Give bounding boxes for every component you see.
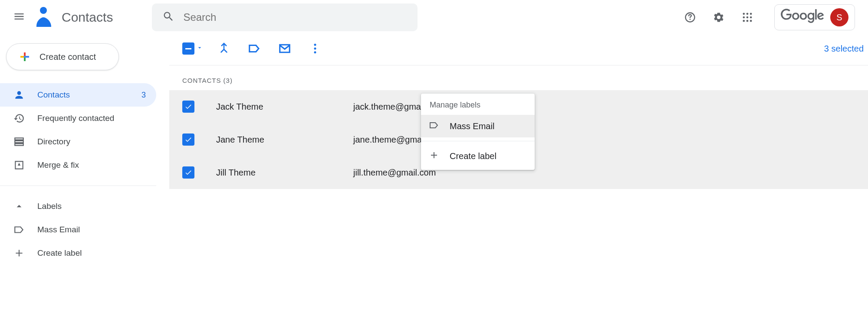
- sidebar-create-label[interactable]: Create label: [0, 241, 156, 265]
- sidebar-item-label: Frequently contacted: [37, 114, 146, 123]
- person-icon: [13, 89, 25, 101]
- sidebar-item-label: Directory: [37, 137, 146, 146]
- search-icon: [162, 10, 174, 24]
- more-actions-button[interactable]: [306, 39, 325, 58]
- history-icon: [13, 113, 25, 124]
- svg-point-6: [743, 16, 745, 19]
- merge-fix-icon: [13, 159, 25, 171]
- google-logo: [781, 9, 824, 26]
- contact-name: Jane Theme: [216, 135, 353, 145]
- dropdown-create-label[interactable]: Create label: [421, 145, 535, 167]
- sidebar-labels-toggle[interactable]: Labels: [0, 195, 156, 218]
- sidebar-item-frequently[interactable]: Frequently contacted: [0, 107, 156, 130]
- sidebar-item-contacts[interactable]: Contacts 3: [0, 83, 156, 107]
- create-contact-button[interactable]: Create contact: [6, 43, 119, 70]
- sidebar-create-label-text: Create label: [37, 248, 146, 258]
- app-header: Contacts S: [0, 0, 868, 35]
- svg-point-3: [743, 13, 745, 15]
- sidebar-divider: [0, 186, 156, 186]
- row-checkbox[interactable]: [182, 101, 194, 113]
- plus-multicolor-icon: [17, 49, 33, 65]
- sidebar-item-count: 3: [141, 91, 146, 100]
- main-content: 3 selected CONTACTS (3) Jack Theme jack.…: [169, 35, 868, 332]
- send-email-button[interactable]: [275, 39, 294, 58]
- account-chip[interactable]: S: [774, 4, 855, 30]
- manage-labels-button[interactable]: [245, 39, 264, 58]
- dropdown-divider: [421, 141, 535, 141]
- svg-point-13: [314, 48, 316, 50]
- svg-point-5: [750, 13, 752, 15]
- sidebar-item-label: Contacts: [37, 90, 129, 100]
- chevron-down-icon[interactable]: [196, 44, 203, 53]
- contact-name: Jack Theme: [216, 102, 353, 112]
- plus-icon: [13, 247, 25, 259]
- contacts-section-title: CONTACTS (3): [169, 65, 868, 90]
- settings-icon[interactable]: [708, 7, 729, 28]
- svg-point-8: [750, 16, 752, 19]
- apps-icon[interactable]: [737, 7, 758, 28]
- create-contact-label: Create contact: [39, 52, 96, 62]
- selection-count: 3 selected: [824, 44, 864, 54]
- menu-icon[interactable]: [13, 10, 25, 24]
- sidebar-item-label: Merge & fix: [37, 160, 146, 170]
- svg-point-12: [314, 44, 316, 46]
- svg-point-10: [746, 20, 749, 22]
- label-icon: [13, 224, 25, 235]
- search-bar[interactable]: [152, 3, 418, 31]
- contact-name: Jill Theme: [216, 168, 353, 178]
- sidebar: Create contact Contacts 3 Frequently con…: [0, 35, 169, 332]
- row-checkbox[interactable]: [182, 133, 194, 146]
- svg-point-7: [746, 16, 749, 19]
- svg-point-11: [750, 20, 752, 22]
- selection-checkbox[interactable]: [182, 42, 203, 55]
- directory-icon: [13, 136, 25, 147]
- chevron-up-icon: [13, 201, 25, 212]
- svg-point-2: [690, 19, 691, 20]
- svg-point-0: [40, 7, 47, 14]
- plus-icon: [429, 150, 439, 163]
- sidebar-item-merge-fix[interactable]: Merge & fix: [0, 153, 156, 177]
- search-input[interactable]: [183, 11, 407, 23]
- indeterminate-icon: [182, 42, 194, 55]
- sidebar-labels-header: Labels: [37, 202, 146, 211]
- row-checkbox[interactable]: [182, 166, 194, 179]
- manage-labels-dropdown: Manage labels Mass Email Create label: [421, 94, 535, 170]
- merge-button[interactable]: [214, 39, 233, 58]
- contacts-app-icon: [34, 6, 51, 29]
- dropdown-title: Manage labels: [421, 94, 535, 115]
- help-icon[interactable]: [680, 7, 700, 28]
- dropdown-create-label-text: Create label: [450, 151, 496, 161]
- label-icon: [429, 120, 439, 133]
- sidebar-item-directory[interactable]: Directory: [0, 130, 156, 153]
- app-title: Contacts: [62, 10, 113, 25]
- dropdown-label-item[interactable]: Mass Email: [421, 115, 535, 137]
- svg-point-14: [314, 51, 316, 53]
- sidebar-label-name: Mass Email: [37, 225, 146, 234]
- sidebar-label-mass-email[interactable]: Mass Email: [0, 218, 156, 241]
- svg-point-9: [743, 20, 745, 22]
- avatar[interactable]: S: [830, 8, 848, 26]
- svg-point-4: [746, 13, 749, 15]
- selection-toolbar: 3 selected: [169, 38, 868, 59]
- dropdown-label-text: Mass Email: [450, 121, 494, 131]
